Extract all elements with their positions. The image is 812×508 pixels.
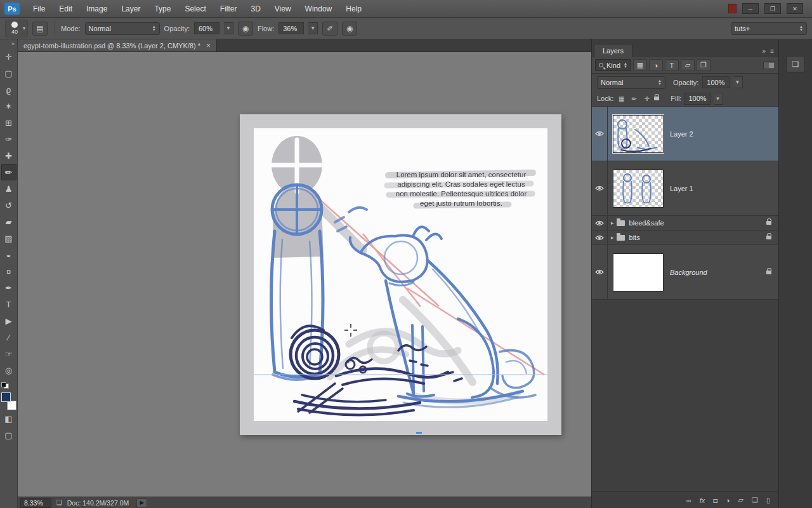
- airbrush-toggle-button[interactable]: ✐: [322, 22, 337, 36]
- opacity-dropdown-button[interactable]: [224, 22, 233, 34]
- lasso-tool[interactable]: ϱ: [1, 81, 16, 98]
- minimize-button[interactable]: ─: [742, 3, 759, 14]
- menu-edit[interactable]: Edit: [52, 0, 79, 18]
- filter-kind-select[interactable]: Kind: [595, 59, 631, 71]
- menu-filter[interactable]: Filter: [213, 0, 244, 18]
- layer-fill-dropdown-button[interactable]: [714, 93, 723, 105]
- menu-layer[interactable]: Layer: [114, 0, 147, 18]
- menu-3d[interactable]: 3D: [244, 0, 267, 18]
- collapse-tools-icon[interactable]: »: [11, 39, 17, 48]
- brush-tool[interactable]: ✏: [1, 164, 16, 180]
- opacity-field[interactable]: 60%: [194, 22, 219, 34]
- rectangular-marquee-tool[interactable]: ▢: [1, 65, 16, 81]
- menu-image[interactable]: Image: [79, 0, 114, 18]
- move-tool[interactable]: ✛: [1, 48, 16, 65]
- lock-position-icon[interactable]: ✛: [641, 93, 652, 104]
- type-tool[interactable]: T: [1, 296, 16, 312]
- layers-dock-icon[interactable]: ❏: [786, 56, 805, 72]
- new-layer-icon[interactable]: ❏: [752, 496, 758, 504]
- disclosure-triangle-icon[interactable]: ▸: [611, 220, 614, 226]
- tab-layers[interactable]: Layers: [594, 44, 632, 57]
- menu-type[interactable]: Type: [147, 0, 178, 18]
- smart-object-filter-icon[interactable]: ❐: [697, 59, 710, 71]
- dodge-tool[interactable]: ¤: [1, 263, 16, 279]
- tablet-pressure-size-button[interactable]: ◉: [342, 22, 357, 36]
- status-options-button[interactable]: ▶: [136, 498, 147, 507]
- clone-stamp-tool[interactable]: ♟: [1, 180, 16, 197]
- layer-row-bits[interactable]: ▸ bits: [592, 231, 778, 245]
- disclosure-triangle-icon[interactable]: ▸: [611, 234, 614, 241]
- layer-row-layer-1[interactable]: Layer 1: [592, 161, 778, 216]
- quick-selection-tool[interactable]: ✶: [1, 98, 16, 114]
- menu-help[interactable]: Help: [339, 0, 369, 18]
- line-tool[interactable]: ∕: [1, 329, 16, 345]
- tablet-pressure-opacity-button[interactable]: ◉: [238, 22, 253, 36]
- healing-brush-tool[interactable]: ✚: [1, 147, 16, 164]
- layer-row-background[interactable]: Background: [592, 245, 778, 300]
- toggle-brush-panel-button[interactable]: ▤: [32, 22, 48, 36]
- visibility-toggle[interactable]: [592, 216, 608, 230]
- default-colors-icon[interactable]: [1, 382, 9, 389]
- layer-row-bleed-safe[interactable]: ▸ bleed&safe: [592, 216, 778, 231]
- layer-group-icon[interactable]: ▱: [738, 496, 743, 504]
- layer-thumbnail[interactable]: [613, 170, 664, 208]
- layer-thumbnail[interactable]: [613, 253, 664, 291]
- delete-layer-icon[interactable]: ▯: [766, 496, 770, 504]
- panel-menu-icon[interactable]: ≡: [770, 48, 778, 57]
- pen-tool[interactable]: ✒: [1, 279, 16, 296]
- crop-tool[interactable]: ⊞: [1, 114, 16, 131]
- lock-all-icon[interactable]: [654, 97, 659, 100]
- close-button[interactable]: ✕: [787, 3, 803, 14]
- gradient-tool[interactable]: ▧: [1, 230, 16, 246]
- hand-tool[interactable]: ☞: [1, 345, 16, 362]
- menu-view[interactable]: View: [268, 0, 298, 18]
- layer-fill-field[interactable]: 100%: [684, 93, 710, 105]
- type-layer-filter-icon[interactable]: T: [665, 59, 679, 71]
- visibility-toggle[interactable]: [592, 107, 608, 161]
- layer-row-layer-2[interactable]: Layer 2: [592, 107, 778, 161]
- history-brush-tool[interactable]: ↺: [1, 197, 16, 213]
- shape-layer-filter-icon[interactable]: ▱: [681, 59, 695, 71]
- layer-mask-icon[interactable]: ◘: [713, 497, 717, 504]
- layer-opacity-field[interactable]: 100%: [702, 76, 729, 88]
- lock-image-pixels-icon[interactable]: ✏: [629, 93, 639, 104]
- blend-mode-select[interactable]: Normal: [85, 22, 160, 35]
- zoom-level-field[interactable]: 8.33%: [20, 498, 51, 508]
- adjustment-layer-icon[interactable]: ◑: [726, 497, 730, 504]
- blur-tool[interactable]: ◒: [1, 246, 16, 263]
- menu-window[interactable]: Window: [298, 0, 339, 18]
- workspace-switcher[interactable]: tuts+: [731, 22, 807, 35]
- link-layers-icon[interactable]: ∞: [686, 497, 691, 504]
- visibility-toggle[interactable]: [592, 245, 608, 299]
- eraser-tool[interactable]: ▰: [1, 213, 16, 230]
- background-color-swatch[interactable]: [7, 401, 16, 410]
- menu-select[interactable]: Select: [178, 0, 213, 18]
- canvas-area[interactable]: Lorem ipsum dolor sit amet, consectetur …: [18, 52, 591, 497]
- layer-thumbnail[interactable]: [613, 115, 664, 153]
- layer-effects-icon[interactable]: fx: [700, 497, 705, 504]
- document-canvas[interactable]: Lorem ipsum dolor sit amet, consectetur …: [254, 128, 547, 421]
- quick-mask-button[interactable]: ◧: [1, 410, 16, 427]
- lock-transparent-pixels-icon[interactable]: ▦: [616, 93, 627, 104]
- layer-opacity-dropdown-button[interactable]: [733, 76, 743, 88]
- foreground-color-swatch[interactable]: [1, 392, 11, 402]
- workspace-value: tuts+: [735, 25, 796, 32]
- adjustment-layer-filter-icon[interactable]: ◑: [649, 59, 663, 71]
- path-selection-tool[interactable]: ▶: [1, 312, 16, 329]
- visibility-toggle[interactable]: [592, 161, 608, 215]
- document-tab[interactable]: egypt-tomb-illustration.psd @ 8.33% (Lay…: [18, 39, 217, 51]
- brush-preset-picker[interactable]: 40 ▾: [5, 20, 28, 37]
- visibility-toggle[interactable]: [592, 231, 608, 244]
- filter-toggle-switch[interactable]: [763, 62, 775, 69]
- flow-field[interactable]: 36%: [278, 22, 304, 34]
- eyedropper-tool[interactable]: ✑: [1, 131, 16, 147]
- pixel-layer-filter-icon[interactable]: ▦: [633, 59, 647, 71]
- screen-mode-button[interactable]: ▢: [1, 427, 16, 443]
- flow-dropdown-button[interactable]: [308, 22, 318, 34]
- layer-blend-mode-select[interactable]: Normal: [597, 76, 665, 89]
- zoom-tool[interactable]: ◎: [1, 362, 16, 378]
- close-tab-icon[interactable]: ×: [206, 41, 211, 50]
- restore-button[interactable]: ❐: [764, 3, 781, 14]
- collapse-panel-icon[interactable]: »: [763, 48, 771, 57]
- menu-file[interactable]: File: [26, 0, 52, 18]
